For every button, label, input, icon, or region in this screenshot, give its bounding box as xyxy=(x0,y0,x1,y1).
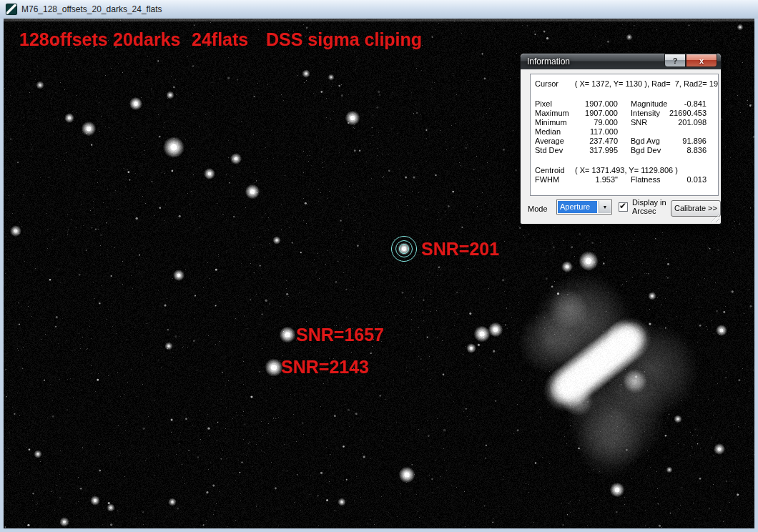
stat-row: Std Dev317.995Bgd Dev8.836 xyxy=(531,146,718,155)
stat-row: Maximum1907.000Intensity21690.453 xyxy=(531,109,718,118)
calibrate-button[interactable]: Calibrate >> xyxy=(671,200,721,217)
app-icon[interactable] xyxy=(6,4,17,15)
cursor-row: Cursor ( X= 1372, Y= 1130 ), Rad= 7, Rad… xyxy=(531,79,718,89)
chevron-down-icon[interactable]: ▼ xyxy=(599,201,611,213)
mode-dropdown[interactable]: Aperture ▼ xyxy=(556,200,612,215)
application-window: M76_128_offsets_20_darks_24_flats 128off… xyxy=(0,0,758,532)
checkmark-icon: ✔ xyxy=(619,201,626,211)
cursor-label: Cursor xyxy=(535,79,575,89)
statistics-panel: Cursor ( X= 1372, Y= 1130 ), Rad= 7, Rad… xyxy=(530,74,719,196)
fwhm-row: FWHM 1.953" Flatness 0.013 xyxy=(531,175,718,184)
snr-label: SNR=2143 xyxy=(281,357,369,378)
stat-row: Average237.470Bgd Avg91.896 xyxy=(531,137,718,146)
display-in-arcsec-checkbox[interactable]: ✔ xyxy=(619,202,628,212)
dialog-titlebar[interactable]: Information ? x xyxy=(521,54,721,69)
mode-label: Mode xyxy=(528,205,548,213)
stat-row: Pixel1907.000Magnitude-0.841 xyxy=(531,99,718,109)
centroid-row: Centroid ( X= 1371.493, Y= 1129.806 ) xyxy=(531,166,718,175)
stat-row: Median117.000 xyxy=(531,127,718,137)
dialog-title: Information xyxy=(527,56,570,66)
mode-selected-value: Aperture xyxy=(558,201,597,213)
snr-label: 24flats xyxy=(192,29,248,50)
snr-label: DSS sigma cliping xyxy=(266,29,422,50)
window-title: M76_128_offsets_20_darks_24_flats xyxy=(21,4,162,14)
stat-row: Minimum79.000SNR201.098 xyxy=(531,118,718,127)
flatness-value: 0.013 xyxy=(669,175,707,184)
snr-label: SNR=1657 xyxy=(296,325,384,345)
flatness-label: Flatness xyxy=(631,175,669,184)
snr-label: 128offsets xyxy=(19,29,108,50)
help-button[interactable]: ? xyxy=(664,54,686,67)
fwhm-label: FWHM xyxy=(535,175,575,184)
aperture-circle xyxy=(391,236,417,262)
information-dialog: Information ? x Cursor ( X= 1372, Y= 113… xyxy=(520,53,722,225)
centroid-label: Centroid xyxy=(535,166,575,175)
snr-label: SNR=201 xyxy=(421,239,499,260)
snr-label: 20darks xyxy=(113,29,181,50)
cursor-value: ( X= 1372, Y= 1130 ), Rad= 7, Rad2= 19 xyxy=(575,79,718,89)
close-button[interactable]: x xyxy=(686,54,717,67)
centroid-value: ( X= 1371.493, Y= 1129.806 ) xyxy=(575,166,678,175)
window-titlebar[interactable]: M76_128_offsets_20_darks_24_flats xyxy=(0,0,758,19)
display-in-arcsec-label: Display in Arcsec xyxy=(632,198,666,215)
fwhm-value: 1.953" xyxy=(575,175,618,184)
